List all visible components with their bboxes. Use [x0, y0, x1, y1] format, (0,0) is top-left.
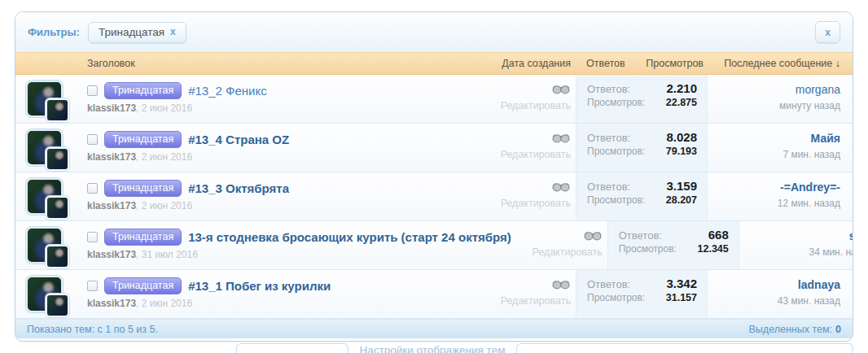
go-to-unread-glasses-icon[interactable] — [551, 85, 571, 94]
avatar[interactable] — [15, 172, 76, 220]
last-message-cell: stas 34 мин. назад — [739, 221, 853, 269]
stats-cell: Ответов: 3.342 Просмотров: 31.157 — [576, 270, 708, 318]
header-last-message[interactable]: Последнее сообщение ↓ — [708, 58, 853, 69]
thread-row: Тринадцатая #13_2 Феникс klassik173, 2 и… — [15, 75, 853, 124]
avatar[interactable] — [15, 124, 76, 172]
avatar[interactable] — [15, 221, 76, 269]
last-poster-link[interactable]: Майя — [811, 132, 840, 145]
thread-select-checkbox[interactable] — [87, 85, 98, 96]
thread-author-link[interactable]: klassik173 — [87, 102, 136, 114]
thread-row: Тринадцатая #13_1 Побег из курилки klass… — [15, 270, 853, 319]
edit-link[interactable]: Редактировать — [480, 295, 571, 307]
filters-label: Фильтры: — [28, 26, 80, 38]
thread-display-options-section: Настройки отображения тем — [0, 343, 868, 353]
header-replies[interactable]: Ответов — [586, 58, 625, 69]
filter-bar: Фильтры: Тринадцатая x x — [15, 12, 853, 52]
thread-title-link[interactable]: #13_1 Побег из курилки — [188, 279, 331, 293]
thread-byline: klassik173, 2 июн 2016 — [87, 151, 480, 163]
thread-cell: Тринадцатая #13_3 Октябрята klassik173, … — [76, 172, 480, 220]
thread-cell: Тринадцатая 13-я стодневка бросающих кур… — [76, 221, 511, 269]
edit-cell: Редактировать — [480, 75, 576, 123]
last-poster-avatar-image[interactable] — [46, 98, 69, 122]
thread-cell: Тринадцатая #13_2 Феникс klassik173, 2 и… — [76, 75, 480, 123]
stats-cell: Ответов: 8.028 Просмотров: 79.193 — [576, 124, 708, 172]
replies-count: 3.342 — [666, 277, 697, 290]
thread-prefix-badge[interactable]: Тринадцатая — [104, 131, 182, 148]
thread-title-link[interactable]: #13_4 Страна OZ — [188, 133, 289, 146]
views-count: 12.345 — [698, 243, 729, 255]
thread-row: Тринадцатая #13_3 Октябрята klassik173, … — [15, 172, 853, 221]
go-to-unread-glasses-icon[interactable] — [551, 280, 571, 290]
replies-count: 8.028 — [666, 130, 697, 144]
replies-count: 3.159 — [666, 179, 697, 193]
close-filters-button[interactable]: x — [815, 21, 840, 43]
go-to-unread-glasses-icon[interactable] — [551, 133, 571, 143]
last-poster-link[interactable]: -=Andrey=- — [780, 181, 840, 194]
edit-cell: Редактировать — [511, 221, 607, 269]
edit-cell: Редактировать — [480, 270, 576, 318]
thread-rows: Тринадцатая #13_2 Феникс klassik173, 2 и… — [15, 75, 853, 319]
thread-date: , 31 июл 2016 — [136, 249, 198, 260]
thread-list-panel: Фильтры: Тринадцатая x x Заголовок Дата … — [15, 11, 853, 342]
thread-author-link[interactable]: klassik173 — [87, 151, 136, 163]
avatar[interactable] — [15, 270, 76, 318]
avatar[interactable] — [15, 75, 76, 123]
go-to-unread-glasses-icon[interactable] — [583, 231, 603, 241]
stats-cell: Ответов: 668 Просмотров: 12.345 — [607, 221, 739, 269]
go-to-unread-glasses-icon[interactable] — [551, 182, 571, 192]
header-title[interactable]: Заголовок — [76, 58, 480, 69]
thread-author-link[interactable]: klassik173 — [87, 249, 136, 260]
thread-prefix-badge[interactable]: Тринадцатая — [104, 180, 182, 197]
thread-prefix-badge[interactable]: Тринадцатая — [104, 229, 182, 246]
last-poster-avatar-image[interactable] — [46, 294, 69, 317]
header-views[interactable]: Просмотров — [646, 58, 704, 69]
last-poster-avatar-image[interactable] — [46, 196, 69, 220]
views-label: Просмотров: — [587, 292, 645, 303]
thread-author-link[interactable]: klassik173 — [87, 298, 136, 309]
thread-date: , 2 июн 2016 — [136, 151, 192, 163]
replies-label: Ответов: — [587, 83, 630, 95]
last-poster-link[interactable]: morgana — [796, 83, 840, 96]
thread-author-link[interactable]: klassik173 — [87, 200, 136, 211]
thread-prefix-badge[interactable]: Тринадцатая — [104, 277, 182, 294]
last-poster-link[interactable]: stas — [849, 229, 853, 242]
last-poster-avatar-image[interactable] — [46, 245, 69, 268]
replies-count: 2.210 — [666, 81, 697, 95]
replies-label: Ответов: — [587, 132, 630, 144]
header-date-created[interactable]: Дата создания — [480, 58, 576, 69]
last-post-time: 7 мин. назад — [708, 149, 840, 160]
last-poster-link[interactable]: ladnaya — [798, 278, 840, 291]
thread-cell: Тринадцатая #13_4 Страна OZ klassik173, … — [76, 124, 480, 172]
header-last-message-label: Последнее сообщение — [724, 58, 832, 69]
last-poster-avatar-image[interactable] — [46, 147, 69, 171]
filter-tag-trinadtsataya[interactable]: Тринадцатая x — [88, 22, 186, 43]
selected-threads-text: Выделенных тем:0 — [749, 324, 841, 335]
shown-threads-text: Показано тем: с 1 по 5 из 5. — [27, 324, 158, 335]
edit-link[interactable]: Редактировать — [480, 198, 571, 209]
thread-title-link[interactable]: #13_2 Феникс — [188, 84, 267, 98]
filter-tag-remove-icon[interactable]: x — [170, 26, 176, 37]
sort-descending-icon[interactable]: ↓ — [835, 58, 840, 69]
last-post-time: минуту назад — [708, 100, 840, 111]
filter-tag-label: Тринадцатая — [99, 26, 164, 38]
thread-select-checkbox[interactable] — [87, 232, 98, 242]
edit-cell: Редактировать — [480, 124, 576, 172]
replies-label: Ответов: — [587, 278, 630, 290]
edit-link[interactable]: Редактировать — [511, 246, 603, 258]
thread-date: , 2 июн 2016 — [136, 102, 192, 114]
thread-prefix-badge[interactable]: Тринадцатая — [104, 82, 182, 99]
last-message-cell: ladnaya 43 мин. назад — [708, 270, 853, 318]
thread-title-link[interactable]: 13-я стодневка бросающих курить (старт 2… — [188, 230, 511, 244]
thread-display-settings-link[interactable]: Настройки отображения тем — [349, 344, 516, 353]
edit-link[interactable]: Редактировать — [480, 149, 571, 160]
views-count: 22.875 — [666, 97, 697, 108]
thread-select-checkbox[interactable] — [87, 183, 98, 194]
replies-count: 668 — [708, 228, 729, 242]
thread-title-link[interactable]: #13_3 Октябрята — [188, 181, 289, 195]
views-count: 31.157 — [666, 292, 697, 303]
table-header: Заголовок Дата создания Ответов Просмотр… — [15, 52, 853, 75]
thread-row: Тринадцатая #13_4 Страна OZ klassik173, … — [15, 124, 853, 172]
thread-select-checkbox[interactable] — [87, 134, 98, 145]
thread-select-checkbox[interactable] — [87, 281, 98, 291]
edit-link[interactable]: Редактировать — [480, 100, 571, 111]
